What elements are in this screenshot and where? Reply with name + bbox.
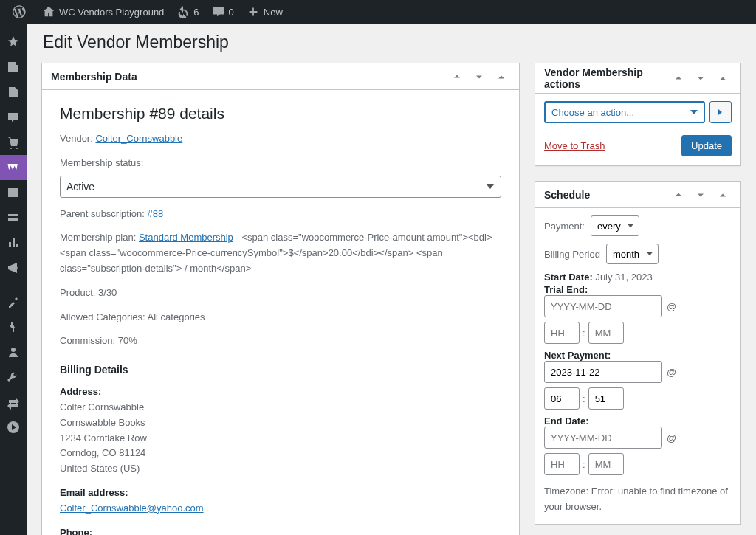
menu-appearance[interactable] <box>0 289 27 314</box>
menu-pin[interactable] <box>0 30 27 55</box>
home-icon <box>41 4 56 19</box>
at-symbol: @ <box>667 301 676 312</box>
status-select[interactable]: Active <box>60 176 501 198</box>
comments[interactable]: 0 <box>205 0 240 24</box>
menu-tools[interactable] <box>0 365 27 390</box>
schedule-box: Schedule Payment: every Bi <box>535 181 741 525</box>
parent-subscription-link[interactable]: #88 <box>148 208 164 219</box>
toggle-panel-button[interactable] <box>492 68 510 86</box>
site-home[interactable]: WC Vendors Playground <box>35 0 170 24</box>
updates-count: 6 <box>193 7 199 18</box>
email-label: Email address: <box>60 486 501 501</box>
address-label: Address: <box>60 384 501 400</box>
next-payment-date-input[interactable] <box>544 361 662 383</box>
address-line: Colter Cornswabble <box>60 400 501 415</box>
billing-period-select[interactable]: month <box>606 244 659 264</box>
parent-label: Parent subscription: <box>60 208 145 219</box>
menu-users[interactable] <box>0 339 27 365</box>
menu-marketing[interactable] <box>0 255 27 280</box>
move-to-trash-link[interactable]: Move to Trash <box>544 140 605 151</box>
plus-icon <box>246 4 261 19</box>
menu-woocommerce[interactable] <box>0 155 27 180</box>
comments-count: 0 <box>229 7 234 18</box>
status-label: Membership status: <box>60 156 501 171</box>
start-date-value: July 31, 2023 <box>595 272 652 283</box>
menu-products[interactable] <box>0 180 27 205</box>
next-payment-label: Next Payment: <box>544 350 732 361</box>
at-symbol: @ <box>667 432 676 443</box>
time-colon: : <box>583 393 585 404</box>
phone-label: Phone: <box>60 525 501 535</box>
new-label: New <box>264 7 283 18</box>
move-up-button[interactable] <box>670 69 687 87</box>
page-title: Edit Vendor Membership <box>43 32 740 52</box>
payment-interval-select[interactable]: every <box>591 215 639 236</box>
menu-analytics[interactable] <box>0 230 27 255</box>
email-link[interactable]: Colter_Cornswabble@yahoo.com <box>60 503 204 514</box>
trial-end-hour-input[interactable] <box>544 322 580 344</box>
allowed-cats-value: All categories <box>148 311 205 322</box>
next-payment-hour-input[interactable] <box>544 387 580 410</box>
action-go-button[interactable] <box>709 101 732 123</box>
address-line: United States (US) <box>60 461 501 477</box>
trial-end-date-input[interactable] <box>544 295 662 317</box>
start-date-label: Start Date: <box>544 272 593 283</box>
address-line: Cornswabble Books <box>60 415 501 431</box>
updates[interactable]: 6 <box>170 0 205 24</box>
menu-transfer[interactable] <box>0 390 27 415</box>
admin-toolbar: WC Vendors Playground 6 0 New <box>0 0 756 24</box>
payment-label: Payment: <box>544 221 585 232</box>
trial-end-label: Trial End: <box>544 284 732 295</box>
action-select[interactable]: Choose an action... <box>544 101 705 123</box>
billing-period-label: Billing Period <box>544 249 600 260</box>
trial-end-min-input[interactable] <box>588 322 624 344</box>
wp-logo[interactable] <box>6 0 35 24</box>
menu-store[interactable] <box>0 130 27 155</box>
membership-data-title: Membership Data <box>51 71 137 83</box>
menu-comments[interactable] <box>0 105 27 130</box>
update-button[interactable]: Update <box>681 135 732 156</box>
address-line: 1234 Cornflake Row <box>60 431 501 446</box>
membership-details-title: Membership #89 details <box>60 105 501 122</box>
menu-pages[interactable] <box>0 80 27 105</box>
toggle-panel-button[interactable] <box>714 186 732 204</box>
move-up-button[interactable] <box>670 186 687 204</box>
actions-box: Vendor Membership actions Choose an acti… <box>535 63 741 166</box>
vendor-link[interactable]: Colter_Cornswabble <box>95 133 182 144</box>
menu-posts[interactable] <box>0 55 27 80</box>
site-title: WC Vendors Playground <box>59 7 164 18</box>
product-value: 3/30 <box>98 287 117 298</box>
end-date-hour-input[interactable] <box>544 453 580 475</box>
actions-title: Vendor Membership actions <box>544 66 670 90</box>
at-symbol: @ <box>667 367 676 378</box>
time-colon: : <box>583 459 585 470</box>
next-payment-min-input[interactable] <box>588 387 624 410</box>
end-date-date-input[interactable] <box>544 427 662 449</box>
wordpress-icon <box>12 4 27 19</box>
comment-icon <box>211 4 226 19</box>
commission-label: Commission: <box>60 335 115 346</box>
time-colon: : <box>583 328 585 339</box>
menu-play[interactable] <box>0 415 27 440</box>
address-line: Corndog, CO 81124 <box>60 446 501 461</box>
menu-plugins[interactable] <box>0 314 27 339</box>
plan-link[interactable]: Standard Membership <box>139 232 233 243</box>
commission-value: 70% <box>118 335 137 346</box>
end-date-min-input[interactable] <box>588 453 624 475</box>
vendor-label: Vendor: <box>60 133 93 144</box>
toggle-panel-button[interactable] <box>714 69 732 87</box>
move-down-button[interactable] <box>692 69 709 87</box>
move-down-button[interactable] <box>470 68 488 86</box>
schedule-title: Schedule <box>544 189 590 201</box>
plan-label: Membership plan: <box>60 232 136 243</box>
product-label: Product: <box>60 287 95 298</box>
menu-payments[interactable] <box>0 205 27 230</box>
allowed-cats-label: Allowed Categories: <box>60 311 145 322</box>
refresh-icon <box>176 4 190 19</box>
admin-sidebar <box>0 24 27 535</box>
timezone-note: Timezone: Error: unable to find timezone… <box>544 484 732 515</box>
move-down-button[interactable] <box>692 186 709 204</box>
new-content[interactable]: New <box>240 0 289 24</box>
membership-data-box: Membership Data Membership #89 details V… <box>41 63 520 535</box>
move-up-button[interactable] <box>448 68 466 86</box>
